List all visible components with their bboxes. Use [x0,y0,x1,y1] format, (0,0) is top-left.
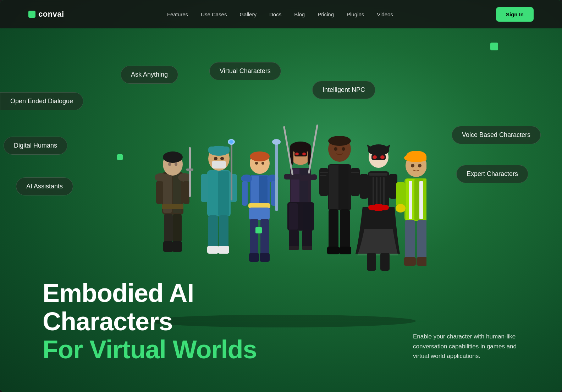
svg-rect-66 [302,246,312,250]
svg-rect-79 [329,165,339,209]
svg-rect-95 [369,173,387,176]
svg-rect-97 [376,177,378,205]
svg-rect-25 [207,246,219,254]
description-block: Enable your character with human-like co… [413,332,519,364]
svg-point-49 [255,162,258,165]
svg-rect-33 [201,174,208,202]
svg-rect-55 [275,140,278,211]
svg-rect-19 [186,169,193,171]
svg-rect-93 [351,172,359,173]
svg-rect-7 [173,214,182,242]
tag-open-ended-dialogue[interactable]: Open Ended Dialogue [0,92,83,110]
svg-rect-84 [339,247,351,254]
svg-rect-94 [368,171,389,207]
svg-rect-6 [164,214,173,242]
svg-rect-92 [320,175,326,176]
svg-point-111 [380,205,389,210]
svg-point-87 [334,147,337,151]
svg-point-51 [241,175,252,182]
tag-ask-anything[interactable]: Ask Anything [121,66,178,84]
tag-ai-assistants[interactable]: AI Assistants [16,177,73,195]
svg-rect-35 [231,140,232,200]
nav-plugins[interactable]: Plugins [347,11,364,17]
svg-rect-16 [156,181,162,204]
logo-icon [28,11,35,18]
svg-point-56 [272,139,281,145]
svg-rect-26 [218,246,229,254]
headline-sub: For Virtual Worlds [43,336,298,364]
navbar: convai Features Use Cases Gallery Docs B… [0,0,562,28]
svg-point-48 [250,151,270,161]
svg-point-86 [328,136,351,146]
svg-rect-8 [163,241,173,252]
svg-rect-98 [380,177,381,205]
svg-rect-119 [405,220,415,259]
tag-digital-humans[interactable]: Digital Humans [4,137,67,155]
svg-rect-41 [248,203,270,208]
svg-rect-82 [340,209,350,248]
nav-docs[interactable]: Docs [269,11,281,17]
logo-text: convai [38,10,64,19]
tag-expert-characters[interactable]: Expert Characters [456,165,528,183]
svg-point-110 [368,205,377,210]
svg-point-72 [295,153,299,155]
svg-rect-96 [373,177,374,205]
green-accent-2 [117,154,123,160]
svg-rect-128 [396,182,405,207]
svg-rect-43 [250,219,258,254]
svg-rect-120 [417,220,426,259]
headline-block: Embodied AI Characters For Virtual World… [43,279,298,364]
nav-gallery[interactable]: Gallery [239,11,257,17]
svg-point-73 [302,153,306,155]
svg-rect-5 [162,204,183,209]
svg-rect-99 [383,177,385,205]
svg-point-103 [368,144,389,156]
nav-blog[interactable]: Blog [294,11,305,17]
svg-rect-29 [208,147,230,154]
svg-point-125 [406,151,426,161]
logo[interactable]: convai [28,10,64,19]
svg-point-88 [342,147,345,151]
svg-rect-62 [303,203,312,230]
page-wrapper: convai Features Use Cases Gallery Docs B… [0,0,562,392]
svg-point-50 [261,162,264,165]
svg-rect-65 [289,246,299,250]
svg-point-13 [175,162,177,166]
svg-point-130 [396,204,406,212]
tag-intelligent-npc[interactable]: Intelligent NPC [312,81,375,99]
svg-rect-18 [189,147,191,197]
svg-rect-21 [208,171,218,216]
svg-rect-81 [329,209,338,248]
svg-rect-122 [417,257,426,266]
green-accent-3 [255,227,262,233]
svg-point-32 [220,157,224,160]
tag-virtual-characters[interactable]: Virtual Characters [209,62,281,80]
bottom-content: Embodied AI Characters For Virtual World… [0,279,562,378]
svg-rect-44 [260,219,269,254]
svg-point-11 [163,151,183,163]
nav-videos[interactable]: Videos [377,11,393,17]
svg-rect-91 [320,172,328,173]
svg-rect-53 [242,181,248,206]
nav-use-cases[interactable]: Use Cases [201,11,227,17]
svg-rect-80 [338,165,348,209]
nav-pricing[interactable]: Pricing [318,11,334,17]
svg-rect-101 [380,253,390,271]
nav-features[interactable]: Features [167,11,188,17]
green-accent-1 [490,43,498,50]
sign-in-button[interactable]: Sign In [496,7,534,22]
svg-rect-45 [249,253,259,262]
svg-point-127 [418,164,422,167]
svg-rect-17 [183,181,189,204]
svg-rect-46 [260,253,270,262]
svg-rect-24 [219,215,228,247]
svg-rect-118 [419,181,423,219]
svg-point-126 [411,164,414,167]
svg-point-37 [229,140,233,144]
svg-rect-9 [172,241,182,252]
svg-rect-61 [289,203,298,230]
svg-point-14 [155,173,167,182]
tag-voice-based-characters[interactable]: Voice Based Characters [452,126,541,144]
svg-rect-83 [327,247,339,254]
svg-point-107 [373,155,377,159]
